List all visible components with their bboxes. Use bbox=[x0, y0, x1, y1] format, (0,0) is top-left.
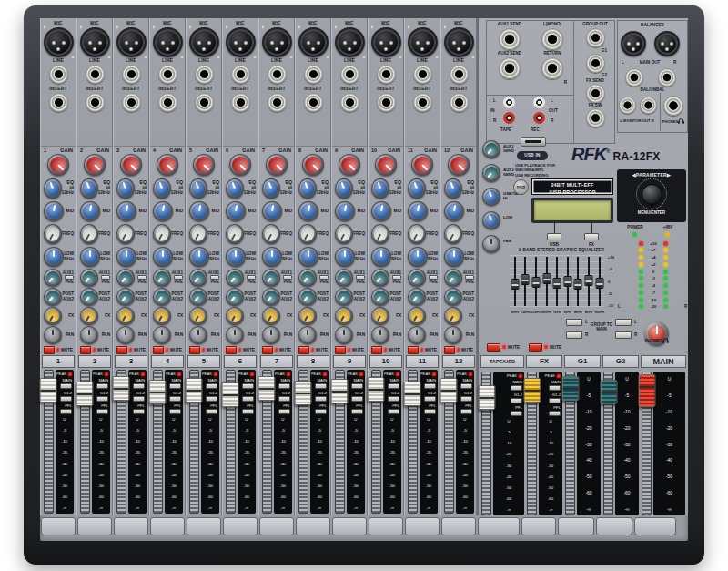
geq-slider[interactable] bbox=[584, 255, 593, 308]
fader-track[interactable] bbox=[80, 370, 90, 514]
eq-low-knob[interactable] bbox=[116, 247, 136, 267]
fader-track[interactable] bbox=[116, 370, 126, 514]
eq-hi-knob[interactable] bbox=[116, 178, 135, 199]
main-assign-button[interactable] bbox=[206, 383, 217, 389]
geq-slider-cap[interactable] bbox=[595, 278, 603, 289]
gain-knob[interactable] bbox=[193, 154, 215, 176]
gain-knob[interactable] bbox=[448, 154, 470, 176]
fader-track[interactable] bbox=[226, 370, 236, 514]
eq-freq-knob[interactable] bbox=[408, 224, 426, 244]
mute-button[interactable] bbox=[116, 346, 127, 354]
aux1-knob[interactable] bbox=[371, 269, 389, 287]
fx-knob[interactable] bbox=[116, 307, 135, 325]
aux1-knob[interactable] bbox=[226, 269, 244, 287]
fader-track[interactable] bbox=[565, 372, 575, 515]
aux1-knob[interactable] bbox=[408, 269, 426, 287]
eq-mid-knob[interactable] bbox=[226, 201, 246, 221]
main-assign-button[interactable] bbox=[511, 385, 522, 391]
eq-freq-knob[interactable] bbox=[371, 224, 389, 244]
aux2-knob[interactable] bbox=[371, 288, 389, 306]
aux2-knob[interactable] bbox=[80, 288, 98, 306]
main-assign-button[interactable] bbox=[388, 383, 399, 389]
usb-mode-button[interactable] bbox=[547, 233, 561, 240]
eq-freq-knob[interactable] bbox=[153, 224, 171, 244]
eq-hi-knob[interactable] bbox=[153, 178, 171, 199]
pan-knob[interactable] bbox=[44, 326, 62, 344]
fx-knob[interactable] bbox=[80, 307, 98, 325]
eq-mid-knob[interactable] bbox=[189, 201, 209, 221]
eq-low-knob[interactable] bbox=[262, 247, 282, 267]
fader-cap[interactable] bbox=[404, 382, 421, 406]
pan-knob[interactable] bbox=[153, 326, 171, 344]
eq-low-knob[interactable] bbox=[408, 247, 428, 267]
fader-cap[interactable] bbox=[331, 379, 349, 403]
fader-track[interactable] bbox=[527, 372, 537, 515]
main-assign-button[interactable] bbox=[60, 383, 72, 389]
fader-track[interactable] bbox=[642, 372, 652, 515]
eq-low-knob[interactable] bbox=[226, 247, 246, 267]
aux1-knob[interactable] bbox=[262, 269, 280, 287]
geq-slider[interactable] bbox=[595, 255, 604, 308]
eq-mid-knob[interactable] bbox=[298, 201, 318, 221]
group-assign-button[interactable] bbox=[60, 396, 72, 402]
aux1-knob[interactable] bbox=[44, 269, 62, 287]
mute-button[interactable] bbox=[44, 346, 55, 354]
fader-cap[interactable] bbox=[222, 382, 239, 407]
eq-low-knob[interactable] bbox=[335, 247, 355, 267]
fx-mute-button[interactable] bbox=[529, 343, 542, 352]
group-assign-button[interactable] bbox=[460, 396, 472, 402]
geq-slider-cap[interactable] bbox=[553, 278, 561, 289]
gain-knob[interactable] bbox=[229, 154, 251, 176]
geq-slider-cap[interactable] bbox=[542, 273, 551, 284]
tape-usb-mute-button[interactable] bbox=[487, 343, 500, 352]
pan-knob[interactable] bbox=[116, 326, 135, 344]
mute-button[interactable] bbox=[189, 346, 200, 354]
aux1-knob[interactable] bbox=[298, 269, 317, 287]
fx-knob[interactable] bbox=[262, 307, 280, 325]
eq-low-knob[interactable] bbox=[189, 247, 209, 267]
fx-knob[interactable] bbox=[335, 307, 353, 325]
fx-knob[interactable] bbox=[408, 307, 426, 325]
fader-track[interactable] bbox=[44, 370, 54, 514]
gain-knob[interactable] bbox=[411, 154, 433, 176]
mute-button[interactable] bbox=[408, 346, 419, 354]
mute-button[interactable] bbox=[80, 346, 91, 354]
eq-hi-knob[interactable] bbox=[371, 178, 389, 199]
aux1-knob[interactable] bbox=[189, 269, 207, 287]
gain-knob[interactable] bbox=[157, 154, 178, 176]
aux1-knob[interactable] bbox=[444, 269, 462, 287]
aux1-knob[interactable] bbox=[116, 269, 135, 287]
fader-track[interactable] bbox=[444, 370, 454, 514]
pan-knob[interactable] bbox=[262, 326, 280, 344]
mute-button[interactable] bbox=[226, 346, 237, 354]
geq-slider-cap[interactable] bbox=[563, 276, 571, 287]
fader-track[interactable] bbox=[298, 370, 308, 514]
geq-slider-cap[interactable] bbox=[511, 279, 519, 290]
gain-knob[interactable] bbox=[302, 154, 324, 176]
eq-freq-knob[interactable] bbox=[44, 224, 62, 244]
fx-knob[interactable] bbox=[298, 307, 317, 325]
fx-mode-button[interactable] bbox=[584, 233, 599, 240]
eq-mid-knob[interactable] bbox=[116, 201, 136, 221]
fader-cap[interactable] bbox=[76, 382, 94, 406]
gain-knob[interactable] bbox=[339, 154, 360, 176]
group-assign-button[interactable] bbox=[511, 398, 522, 403]
fader-track[interactable] bbox=[335, 370, 345, 514]
group-assign-button[interactable] bbox=[351, 396, 363, 402]
mute-button[interactable] bbox=[444, 346, 455, 354]
pan-knob[interactable] bbox=[408, 326, 426, 344]
fader-cap[interactable] bbox=[258, 376, 276, 401]
eq-low-knob[interactable] bbox=[44, 247, 64, 267]
main-assign-button[interactable] bbox=[96, 383, 108, 389]
fx-knob[interactable] bbox=[189, 307, 207, 325]
fader-cap[interactable] bbox=[149, 380, 167, 404]
fader-cap[interactable] bbox=[295, 381, 312, 405]
group-assign-button[interactable] bbox=[424, 396, 436, 402]
fx-knob[interactable] bbox=[44, 307, 62, 325]
eq-freq-knob[interactable] bbox=[226, 224, 244, 244]
aux2-knob[interactable] bbox=[444, 288, 462, 306]
eq-mid-knob[interactable] bbox=[444, 201, 464, 221]
main-assign-button[interactable] bbox=[351, 383, 363, 389]
geq-slider[interactable] bbox=[552, 255, 561, 308]
eq-hi-knob[interactable] bbox=[298, 178, 317, 199]
